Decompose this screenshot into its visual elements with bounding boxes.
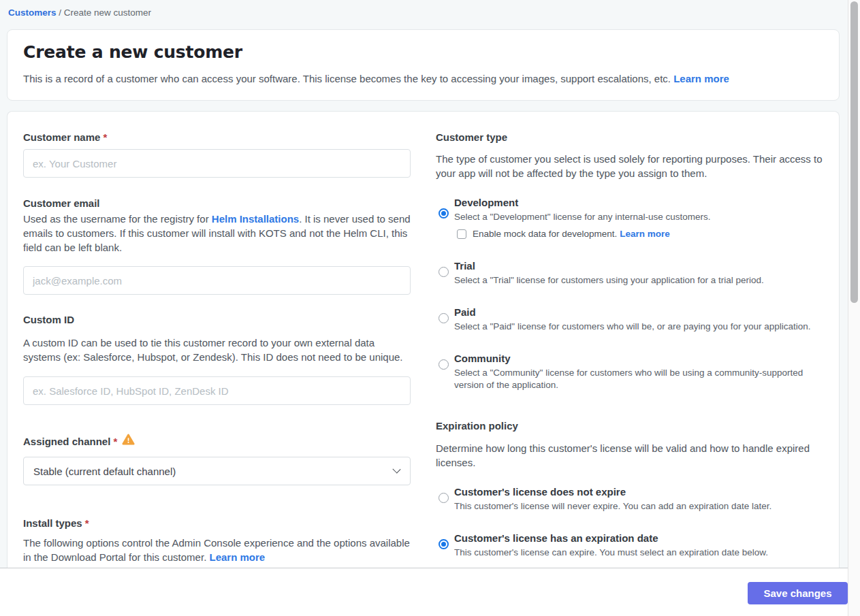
save-changes-button[interactable]: Save changes	[748, 582, 848, 604]
customer-type-option-community[interactable]: Community Select a "Community" license f…	[436, 351, 823, 391]
scrollbar-thumb[interactable]	[850, 1, 858, 303]
customer-name-label-text: Customer name	[23, 130, 100, 144]
custom-id-description: A custom ID can be used to tie this cust…	[23, 336, 411, 364]
install-types-learn-more-link[interactable]: Learn more	[209, 551, 265, 563]
customer-email-description-before: Used as the username for the registry fo…	[23, 213, 212, 225]
option-description-community: Select a "Community" license for custome…	[454, 367, 823, 391]
radio-trial[interactable]	[439, 267, 449, 277]
option-label-development: Development	[454, 195, 711, 210]
expiration-option-has-expiration-date[interactable]: Customer's license has an expiration dat…	[436, 531, 823, 559]
page-header-card: Create a new customer This is a record o…	[7, 29, 840, 101]
customer-type-option-development[interactable]: Development Select a "Development" licen…	[436, 195, 823, 240]
chevron-down-icon	[392, 465, 400, 473]
expiration-option-does-not-expire[interactable]: Customer's license does not expire This …	[436, 485, 823, 513]
helm-installations-link[interactable]: Helm Installations	[212, 213, 299, 225]
option-label-paid: Paid	[454, 305, 811, 319]
customer-type-heading: Customer type	[436, 130, 823, 144]
custom-id-label: Custom ID	[23, 312, 411, 327]
breadcrumb: Customers / Create new customer	[8, 7, 151, 19]
page-description: This is a record of a customer who can a…	[23, 71, 823, 86]
assigned-channel-label: Assigned channel*	[23, 434, 411, 449]
assigned-channel-select[interactable]: Stable (current default channel)	[23, 457, 411, 485]
required-asterisk: *	[103, 130, 107, 144]
footer-bar	[0, 568, 848, 616]
customer-type-description: The type of customer you select is used …	[436, 152, 823, 180]
breadcrumb-link-customers[interactable]: Customers	[8, 7, 57, 18]
radio-community[interactable]	[439, 359, 449, 370]
customer-name-input[interactable]	[23, 149, 411, 178]
option-label-trial: Trial	[454, 259, 764, 273]
radio-does-not-expire[interactable]	[439, 493, 449, 503]
mock-data-learn-more-link[interactable]: Learn more	[620, 229, 670, 239]
install-types-label-text: Install types	[23, 516, 82, 530]
customer-name-label: Customer name*	[23, 130, 411, 144]
customer-type-options: Development Select a "Development" licen…	[436, 195, 823, 391]
customer-type-option-trial[interactable]: Trial Select a "Trial" license for custo…	[436, 259, 823, 287]
customer-email-label-text: Customer email	[23, 196, 100, 210]
required-asterisk: *	[113, 434, 117, 449]
assigned-channel-selected-value: Stable (current default channel)	[33, 466, 176, 477]
custom-id-input[interactable]	[23, 376, 411, 405]
option-description-paid: Select a "Paid" license for customers wh…	[454, 321, 811, 333]
customer-email-input[interactable]	[23, 266, 411, 295]
option-label-has-expiration-date: Customer's license has an expiration dat…	[454, 531, 768, 545]
install-types-label: Install types*	[23, 516, 411, 530]
customer-type-option-paid[interactable]: Paid Select a "Paid" license for custome…	[436, 305, 823, 333]
expiration-policy-options: Customer's license does not expire This …	[436, 485, 823, 559]
radio-paid[interactable]	[439, 313, 449, 323]
option-description-has-expiration-date: This customer's license can expire. You …	[454, 547, 768, 559]
mock-data-checkbox[interactable]	[457, 229, 466, 239]
mock-data-checkbox-row[interactable]: Enable mock data for development. Learn …	[457, 228, 711, 240]
scrollbar-track[interactable]	[848, 0, 860, 616]
option-label-does-not-expire: Customer's license does not expire	[454, 485, 771, 499]
page-description-text: This is a record of a customer who can a…	[23, 73, 673, 84]
customer-email-label: Customer email	[23, 196, 411, 210]
warning-icon	[122, 434, 135, 449]
form-left-column: Customer name* Customer email Used as th…	[23, 130, 411, 549]
option-description-does-not-expire: This customer's license will never expir…	[454, 500, 771, 513]
radio-has-expiration-date[interactable]	[439, 539, 449, 549]
header-learn-more-link[interactable]: Learn more	[673, 73, 729, 84]
option-description-development: Select a "Development" license for any i…	[454, 211, 711, 223]
breadcrumb-current: Create new customer	[64, 7, 151, 18]
create-customer-form-card: Customer name* Customer email Used as th…	[7, 111, 840, 568]
mock-data-checkbox-label: Enable mock data for development. Learn …	[473, 228, 670, 240]
required-asterisk: *	[85, 516, 89, 530]
install-types-description: The following options control the Admin …	[23, 536, 411, 564]
page-title: Create a new customer	[23, 42, 823, 62]
option-label-community: Community	[454, 351, 823, 366]
custom-id-label-text: Custom ID	[23, 312, 74, 327]
assigned-channel-label-text: Assigned channel	[23, 434, 110, 449]
form-right-column: Customer type The type of customer you s…	[436, 130, 823, 549]
option-description-trial: Select a "Trial" license for customers u…	[454, 274, 764, 287]
expiration-policy-heading: Expiration policy	[436, 419, 823, 433]
expiration-policy-description: Determine how long this customer's licen…	[436, 441, 823, 470]
breadcrumb-separator: /	[57, 7, 64, 18]
radio-development[interactable]	[439, 208, 449, 218]
customer-email-description: Used as the username for the registry fo…	[23, 212, 411, 255]
mock-data-checkbox-text: Enable mock data for development.	[473, 229, 620, 239]
